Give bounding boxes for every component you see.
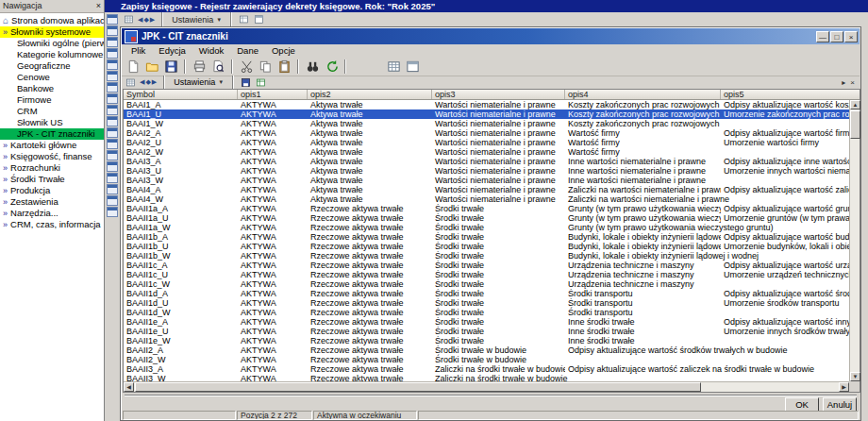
table-row-BAAII1e_A[interactable]: BAAII1e_AAKTYWARzeczowe aktywa trwałeŚro… [124,317,849,327]
nav-item-kategorie-kolumnowe[interactable]: Kategorie kolumnowe [0,49,104,60]
table-row-BAAII1b_W[interactable]: BAAII1b_WAKTYWARzeczowe aktywa trwałeŚro… [124,251,849,261]
minimize-button[interactable]: — [816,31,829,42]
nav-item-ksi-gowo-finanse[interactable]: »Księgowość, finanse [0,151,104,162]
export-table-icon[interactable] [255,76,267,89]
paste-icon[interactable] [275,58,292,75]
table-row-BAAII1c_U[interactable]: BAAII1c_UAKTYWARzeczowe aktywa trwałeŚro… [124,270,849,279]
export-grid-icon[interactable] [238,13,250,25]
table-row-BAAI3_A[interactable]: BAAI3_AAKTYWAAktywa trwałeWartości niema… [124,157,849,166]
mini-window-icon[interactable] [107,25,118,36]
print-icon[interactable] [191,58,208,75]
table-row-BAAI2_U[interactable]: BAAI2_UAKTYWAAktywa trwałeWartości niema… [124,138,849,147]
new-document-icon[interactable] [125,58,142,75]
mini-window-icon[interactable] [107,37,118,47]
table-row-BAAII1a_W[interactable]: BAAII1a_WAKTYWARzeczowe aktywa trwałeŚro… [124,223,849,232]
close-button[interactable]: × [844,31,858,42]
nav-item-geograficzne[interactable]: Geograficzne [0,60,104,72]
menu-opcje[interactable]: Opcje [265,45,302,56]
nav-item-s-ownik-us[interactable]: Słownik US [0,117,104,128]
table-row-BAAI1_W[interactable]: BAAI1_WAKTYWAAktywa trwałeWartości niema… [124,119,849,128]
nav-item-cenowe[interactable]: Cenowe [0,72,104,83]
mini-window-icon[interactable] [107,184,118,194]
column-header-opis4[interactable]: opis4 [565,90,721,99]
mini-window-icon[interactable] [107,139,118,149]
table-row-BAAII1c_W[interactable]: BAAII1c_WAKTYWARzeczowe aktywa trwałeŚro… [124,279,849,289]
mini-window-icon[interactable] [107,82,118,93]
column-header-opis1[interactable]: opis1 [238,90,308,99]
grid-view-icon[interactable] [123,13,135,25]
ok-button[interactable]: OK [785,397,819,412]
mini-window-icon[interactable] [107,93,118,104]
mini-window-icon[interactable] [107,150,118,160]
scroll-left-icon[interactable]: ◀ [124,382,134,392]
table-row-BAAII3_A[interactable]: BAAII3_AAKTYWARzeczowe aktywa trwałeZali… [124,364,849,374]
table-row-BAAI4_A[interactable]: BAAI4_AAKTYWAAktywa trwałeWartości niema… [124,185,849,194]
record-navigation-icons[interactable]: ◀◆▶ [138,16,156,24]
save-icon[interactable] [162,58,179,75]
close-icon[interactable]: × [850,78,855,87]
mini-window-icon[interactable] [107,48,118,59]
nav-item-s-owniki-og-lne-pierwot[interactable]: Słowniki ogólne (pierwot... [0,38,104,49]
settings-dropdown[interactable]: Ustawienia ▼ [171,77,226,87]
copy-icon[interactable] [257,58,274,75]
form-view-icon[interactable] [404,58,421,75]
nav-item-strona-domowa-aplikacji[interactable]: ⌂Strona domowa aplikacji [0,15,104,26]
table-row-BAAII1d_U[interactable]: BAAII1d_UAKTYWARzeczowe aktywa trwałeŚro… [124,298,849,308]
print-preview-icon[interactable] [209,58,226,75]
nav-item-bankowe[interactable]: Bankowe [0,83,104,94]
table-row-BAAII1e_U[interactable]: BAAII1e_UAKTYWARzeczowe aktywa trwałeŚro… [124,327,849,336]
table-row-BAAII3_W[interactable]: BAAII3_WAKTYWARzeczowe aktywa trwałeZali… [124,374,849,381]
mini-window-icon[interactable] [107,195,118,206]
nav-item-firmowe[interactable]: Firmowe [0,94,104,106]
column-header-opis3[interactable]: opis3 [432,90,565,99]
nav-item-rozrachunki[interactable]: »Rozrachunki [0,162,104,174]
table-row-BAAII2_A[interactable]: BAAII2_AAKTYWARzeczowe aktywa trwałeŚrod… [124,345,849,355]
nav-item-crm[interactable]: CRM [0,106,104,117]
nav-item-zestawienia[interactable]: »Zestawienia [0,196,104,208]
open-folder-icon[interactable] [143,58,160,75]
table-row-BAAII1e_W[interactable]: BAAII1e_WAKTYWARzeczowe aktywa trwałeŚro… [124,336,849,345]
mini-window-icon[interactable] [107,116,118,126]
table-row-BAAI2_W[interactable]: BAAI2_WAKTYWAAktywa trwałeWartości niema… [124,147,849,157]
table-row-BAAI4_W[interactable]: BAAI4_WAKTYWAAktywa trwałeWartości niema… [124,194,849,204]
table-row-BAAII1b_U[interactable]: BAAII1b_UAKTYWARzeczowe aktywa trwałeŚro… [124,242,849,251]
nav-item-rodki-trwa-e[interactable]: »Środki Trwałe [0,174,104,185]
nav-item-kartoteki-g-wne[interactable]: »Kartoteki główne [0,140,104,151]
vertical-scroll-thumb[interactable] [850,110,860,139]
table-row-BAAII1d_A[interactable]: BAAII1d_AAKTYWARzeczowe aktywa trwałeŚro… [124,289,849,298]
vertical-scrollbar[interactable]: ▲ ▼ [849,100,860,381]
nav-item-crm-czas-informacja[interactable]: »CRM, czas, informacja [0,219,104,230]
grid-view-icon[interactable] [125,76,137,89]
horizontal-scroll-thumb[interactable] [135,382,701,392]
record-navigation-icons[interactable]: ◀◆▶ [140,78,158,86]
nav-item-produkcja[interactable]: »Produkcja [0,185,104,196]
horizontal-scrollbar[interactable]: ◀ ▶ [124,381,849,392]
nav-item-narz-dzia[interactable]: »Narzędzia... [0,208,104,219]
nav-item-s-owniki-systemowe[interactable]: »Słowniki systemowe [0,26,104,38]
column-header-symbol[interactable]: Symbol [124,90,238,99]
mini-window-icon[interactable] [107,59,118,70]
save-layout-icon[interactable] [240,76,252,89]
form-view-icon[interactable] [253,13,265,25]
mini-window-icon[interactable] [107,161,118,172]
nav-item-jpk-cit-znaczniki[interactable]: JPK - CIT znaczniki [0,128,104,140]
column-header-opis2[interactable]: opis2 [308,90,432,99]
menu-widok[interactable]: Widok [192,45,230,56]
cancel-button[interactable]: Anuluj [823,397,857,412]
mini-window-icon[interactable] [107,14,118,25]
mini-window-icon[interactable] [107,71,118,81]
table-row-BAAII1b_A[interactable]: BAAII1b_AAKTYWARzeczowe aktywa trwałeŚro… [124,232,849,242]
window-titlebar[interactable]: JPK - CIT znaczniki — □ × [122,28,860,44]
table-row-BAAII1a_A[interactable]: BAAII1a_AAKTYWARzeczowe aktywa trwałeŚro… [124,204,849,213]
scroll-up-icon[interactable]: ▲ [850,100,860,109]
column-header-opis5[interactable]: opis5 [721,90,860,99]
mini-window-icon[interactable] [107,207,118,217]
find-icon[interactable] [304,58,321,75]
table-row-BAAI1_A[interactable]: BAAI1_AAKTYWAAktywa trwałeWartości niema… [124,100,849,109]
table-row-BAAII2_W[interactable]: BAAII2_WAKTYWARzeczowe aktywa trwałeŚrod… [124,355,849,364]
settings-dropdown[interactable]: Ustawienia ▼ [169,15,225,25]
maximize-button[interactable]: □ [830,31,843,42]
table-row-BAAI1_U[interactable]: BAAI1_UAKTYWAAktywa trwałeWartości niema… [124,109,849,119]
cut-icon[interactable] [238,58,255,75]
table-row-BAAI3_W[interactable]: BAAI3_WAKTYWAAktywa trwałeWartości niema… [124,176,849,185]
